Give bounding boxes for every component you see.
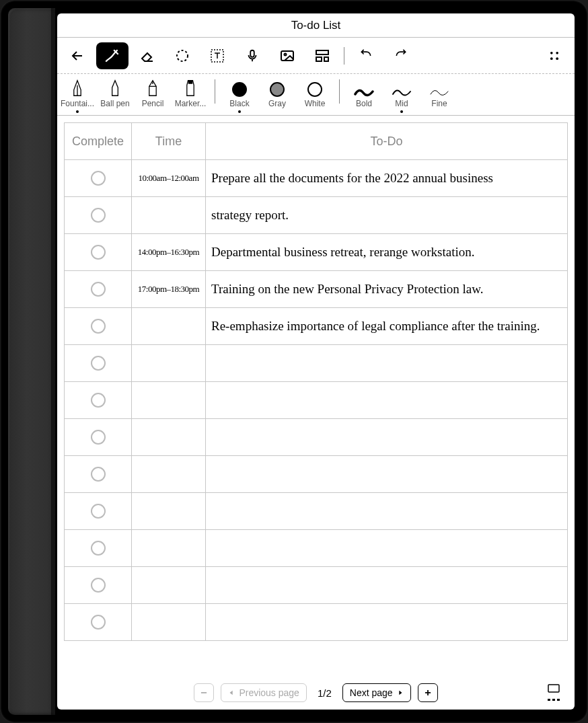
svg-point-10 xyxy=(550,57,553,60)
todo-cell[interactable] xyxy=(206,493,568,530)
todo-cell[interactable]: Prepare all the documents for the 2022 a… xyxy=(206,160,568,197)
todo-cell[interactable]: Re-emphasize importance of legal complia… xyxy=(206,308,568,345)
todo-cell[interactable]: strategy report. xyxy=(206,197,568,234)
todo-cell[interactable] xyxy=(206,419,568,456)
svg-rect-3 xyxy=(281,51,293,61)
complete-checkbox[interactable] xyxy=(91,541,106,556)
color-gray-label: Gray xyxy=(268,99,286,108)
page-title: To-do List xyxy=(291,19,341,32)
todo-cell[interactable] xyxy=(206,382,568,419)
table-row xyxy=(65,493,568,530)
svg-point-4 xyxy=(285,53,287,55)
pen-pencil-label: Pencil xyxy=(142,99,164,108)
pen-marker[interactable]: Marker... xyxy=(172,79,209,114)
complete-checkbox[interactable] xyxy=(91,578,106,593)
stroke-fine[interactable]: Fine xyxy=(420,87,458,114)
color-gray[interactable]: Gray xyxy=(258,82,296,114)
todo-canvas[interactable]: Complete Time To-Do 10:00am–12:00amPrepa… xyxy=(57,116,575,676)
stroke-fine-label: Fine xyxy=(431,99,447,108)
time-cell[interactable] xyxy=(132,567,206,604)
svg-rect-17 xyxy=(548,685,559,692)
stroke-bold[interactable]: Bold xyxy=(345,87,383,114)
pen-ballpen[interactable]: Ball pen xyxy=(96,79,134,114)
time-cell[interactable] xyxy=(132,456,206,493)
table-row: strategy report. xyxy=(65,197,568,234)
toolbar-separator xyxy=(344,47,344,65)
svg-point-11 xyxy=(556,57,558,60)
table-row xyxy=(65,345,568,382)
time-cell[interactable] xyxy=(132,382,206,419)
pen-tool-button[interactable] xyxy=(96,42,128,69)
complete-checkbox[interactable] xyxy=(91,171,106,186)
next-page-button[interactable]: Next page xyxy=(342,683,411,702)
complete-checkbox[interactable] xyxy=(91,356,106,371)
complete-checkbox[interactable] xyxy=(91,208,106,223)
stroke-mid-label: Mid xyxy=(395,99,408,108)
redo-button[interactable] xyxy=(385,42,417,69)
stroke-bold-label: Bold xyxy=(356,99,372,108)
table-row xyxy=(65,419,568,456)
todo-cell[interactable] xyxy=(206,345,568,382)
svg-rect-13 xyxy=(188,81,192,83)
time-cell[interactable] xyxy=(132,604,206,641)
pagination-bar: Previous page 1/2 Next page xyxy=(57,676,575,710)
time-cell[interactable] xyxy=(132,197,206,234)
pen-options-toolbar: Fountai... Ball pen Pencil Marker... Bla… xyxy=(57,74,575,116)
time-cell[interactable]: 17:00pm–18:30pm xyxy=(132,271,206,308)
time-cell[interactable]: 10:00am–12:00am xyxy=(132,160,206,197)
voice-tool-button[interactable] xyxy=(236,42,268,69)
color-white-label: White xyxy=(305,99,326,108)
pen-pencil[interactable]: Pencil xyxy=(134,79,172,114)
template-tool-button[interactable] xyxy=(306,42,338,69)
time-cell[interactable] xyxy=(132,345,206,382)
time-cell[interactable] xyxy=(132,308,206,345)
main-toolbar xyxy=(57,38,575,74)
todo-cell[interactable] xyxy=(206,530,568,567)
color-black[interactable]: Black xyxy=(221,82,258,114)
svg-rect-2 xyxy=(250,50,254,56)
table-row xyxy=(65,530,568,567)
complete-checkbox[interactable] xyxy=(91,615,106,630)
previous-page-button[interactable]: Previous page xyxy=(221,683,307,702)
complete-checkbox[interactable] xyxy=(91,393,106,408)
table-row: 17:00pm–18:30pmTraining on the new Perso… xyxy=(65,271,568,308)
remove-page-button[interactable] xyxy=(194,683,214,702)
complete-checkbox[interactable] xyxy=(91,467,106,482)
complete-checkbox[interactable] xyxy=(91,504,106,519)
header-todo: To-Do xyxy=(206,123,568,160)
pen-fountain[interactable]: Fountai... xyxy=(59,79,96,114)
image-tool-button[interactable] xyxy=(271,42,303,69)
todo-cell[interactable] xyxy=(206,604,568,641)
add-page-button[interactable] xyxy=(418,683,438,702)
complete-checkbox[interactable] xyxy=(91,282,106,297)
svg-point-9 xyxy=(556,52,558,54)
stroke-mid[interactable]: Mid xyxy=(383,87,420,114)
complete-checkbox[interactable] xyxy=(91,245,106,260)
todo-cell[interactable]: Departmental business retreat, rerange w… xyxy=(206,234,568,271)
back-button[interactable] xyxy=(61,42,94,69)
svg-point-8 xyxy=(550,52,553,54)
table-row xyxy=(65,567,568,604)
table-row xyxy=(65,604,568,641)
todo-cell[interactable] xyxy=(206,456,568,493)
more-menu-button[interactable] xyxy=(538,42,571,69)
table-row: 10:00am–12:00amPrepare all the documents… xyxy=(65,160,568,197)
time-cell[interactable] xyxy=(132,493,206,530)
pen-marker-label: Marker... xyxy=(175,99,207,108)
undo-button[interactable] xyxy=(350,42,382,69)
next-page-label: Next page xyxy=(350,687,393,698)
todo-table: Complete Time To-Do 10:00am–12:00amPrepa… xyxy=(64,122,568,641)
color-white[interactable]: White xyxy=(296,82,334,114)
lasso-tool-button[interactable] xyxy=(166,42,198,69)
time-cell[interactable] xyxy=(132,530,206,567)
todo-cell[interactable] xyxy=(206,567,568,604)
svg-point-0 xyxy=(177,50,188,61)
time-cell[interactable] xyxy=(132,419,206,456)
eraser-tool-button[interactable] xyxy=(131,42,163,69)
todo-cell[interactable]: Training on the new Personal Privacy Pro… xyxy=(206,271,568,308)
complete-checkbox[interactable] xyxy=(91,430,106,445)
text-tool-button[interactable] xyxy=(201,42,233,69)
time-cell[interactable]: 14:00pm–16:30pm xyxy=(132,234,206,271)
page-thumbnails-button[interactable] xyxy=(542,683,565,702)
complete-checkbox[interactable] xyxy=(91,319,106,334)
